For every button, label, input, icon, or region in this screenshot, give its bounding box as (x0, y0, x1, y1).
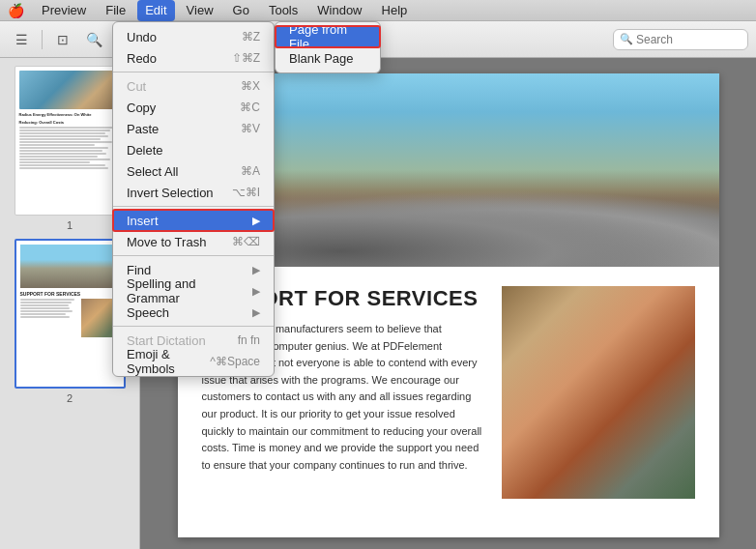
menu-speech[interactable]: Speech ▶ (113, 302, 274, 323)
menu-select-all[interactable]: Select All ⌘A (113, 160, 274, 182)
submenu-page-from-file[interactable]: Page from File... (276, 26, 380, 47)
menu-undo[interactable]: Undo ⌘Z (113, 26, 274, 47)
menu-invert-selection[interactable]: Invert Selection ⌥⌘I (113, 182, 274, 203)
edit-menu: Undo ⌘Z Redo ⇧⌘Z Cut ⌘X Copy ⌘C Paste ⌘V… (112, 21, 275, 377)
menu-div-1 (113, 72, 274, 72)
menu-spelling-grammar[interactable]: Spelling and Grammar ▶ (113, 280, 274, 302)
menu-delete[interactable]: Delete (113, 139, 274, 160)
menu-div-3 (113, 255, 274, 256)
insert-submenu: Page from File... Blank Page (275, 21, 381, 73)
menu-cut[interactable]: Cut ⌘X (113, 75, 274, 97)
menu-insert[interactable]: Insert ▶ (113, 210, 274, 231)
menu-copy[interactable]: Copy ⌘C (113, 97, 274, 118)
menu-paste[interactable]: Paste ⌘V (113, 118, 274, 139)
menu-div-4 (113, 326, 274, 327)
menu-emoji-symbols[interactable]: Emoji & Symbols ^⌘Space (113, 351, 274, 372)
menu-move-to-trash[interactable]: Move to Trash ⌘⌫ (113, 231, 274, 252)
menu-div-2 (113, 206, 274, 207)
menu-redo[interactable]: Redo ⇧⌘Z (113, 47, 274, 69)
dropdown-overlay[interactable]: Undo ⌘Z Redo ⇧⌘Z Cut ⌘X Copy ⌘C Paste ⌘V… (0, 0, 756, 549)
